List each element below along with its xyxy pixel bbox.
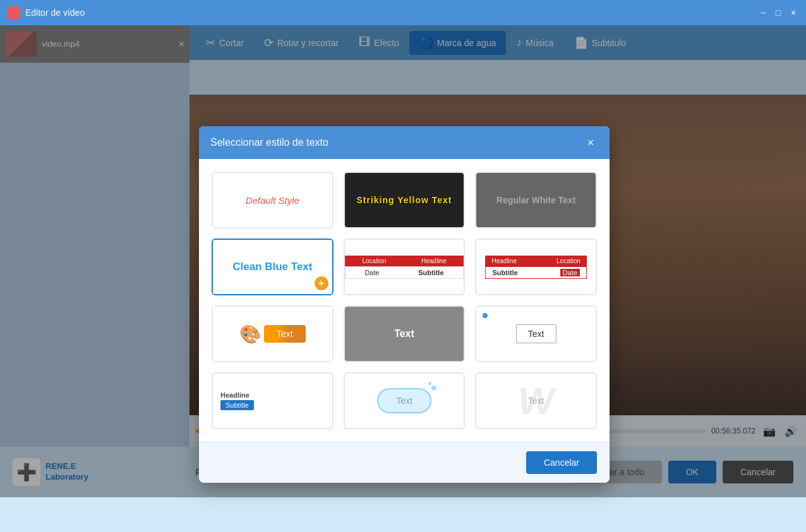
colorful-icon: 🎨 xyxy=(239,324,262,345)
red-headline-wrap: Headline Location Subtitle Date xyxy=(476,240,596,294)
modal-header: Seleccionar estilo de texto × xyxy=(199,126,610,159)
bubble-text: Text xyxy=(377,388,431,413)
main-layout: video.mp4 × Material Marca de agua ✂ Cor… xyxy=(0,25,806,497)
modal-overlay: Seleccionar estilo de texto × Default St… xyxy=(0,25,806,497)
lower-headline: Headline xyxy=(220,391,250,399)
style-grunge[interactable]: Text xyxy=(344,305,466,362)
modal-title: Seleccionar estilo de texto xyxy=(210,137,328,148)
news-bar-top: Location Headline xyxy=(345,256,464,266)
red-top: Headline Location xyxy=(485,256,586,266)
red-bottom: Subtitle Date xyxy=(485,266,586,279)
plain-box-text: Text xyxy=(516,324,556,343)
lower-third-wrap: Headline Subtitle xyxy=(213,374,332,428)
style-white-label: Regular White Text xyxy=(496,195,576,205)
add-text-style-button[interactable]: + xyxy=(315,276,328,290)
bubble-dot1 xyxy=(431,386,436,391)
window-controls: − □ × xyxy=(758,8,798,18)
app-icon xyxy=(8,6,20,19)
news-bar-bottom: Date Subtitle xyxy=(345,266,464,279)
text-style-modal: Seleccionar estilo de texto × Default St… xyxy=(199,126,610,483)
watermark-text: Text xyxy=(528,396,544,406)
colorful-text: Text xyxy=(264,325,306,343)
modal-body: Default Style Striking Yellow Text Regul… xyxy=(199,159,610,442)
grunge-wrap: Text xyxy=(345,307,464,361)
style-blue-label: Clean Blue Text xyxy=(232,261,312,273)
close-window-button[interactable]: × xyxy=(788,8,798,18)
modal-footer: Cancelar xyxy=(199,442,610,483)
app-title: Editor de vídeo xyxy=(25,8,758,18)
modal-cancel-button[interactable]: Cancelar xyxy=(526,451,597,474)
grunge-text: Text xyxy=(394,328,414,340)
bubble-dot2 xyxy=(428,382,431,385)
lower-subtitle: Subtitle xyxy=(220,400,254,410)
modal-close-button[interactable]: × xyxy=(583,135,598,150)
maximize-button[interactable]: □ xyxy=(773,8,783,18)
watermark-wrap: W Text xyxy=(476,374,596,428)
style-yellow-label: Striking Yellow Text xyxy=(357,195,452,205)
minimize-button[interactable]: − xyxy=(758,8,768,18)
style-lower-third[interactable]: Headline Subtitle xyxy=(212,372,334,429)
style-clean-blue[interactable]: Clean Blue Text + xyxy=(212,239,334,295)
clean-blue-wrap: Clean Blue Text xyxy=(213,240,332,294)
style-watermark[interactable]: W Text xyxy=(475,372,597,429)
style-striking-yellow[interactable]: Striking Yellow Text xyxy=(344,172,466,228)
style-bubble[interactable]: Text xyxy=(344,372,466,429)
bubble-wrap: Text xyxy=(345,374,464,428)
style-news-bar2[interactable]: Headline Location Subtitle Date xyxy=(475,239,597,295)
style-regular-white[interactable]: Regular White Text xyxy=(475,172,597,228)
colorful-wrap: 🎨 Text xyxy=(213,307,332,361)
style-colorful-logo[interactable]: 🎨 Text xyxy=(212,305,334,362)
style-default-style[interactable]: Default Style xyxy=(212,172,334,228)
style-plain-box[interactable]: Text xyxy=(475,305,597,362)
style-news-bar1[interactable]: Location Headline Date Subtitle xyxy=(344,239,466,295)
title-bar: Editor de vídeo − □ × xyxy=(0,0,806,25)
style-default-label: Default Style xyxy=(246,195,299,206)
news-bar-wrap: Location Headline Date Subtitle xyxy=(345,240,464,294)
plain-box-wrap: Text xyxy=(476,307,596,361)
